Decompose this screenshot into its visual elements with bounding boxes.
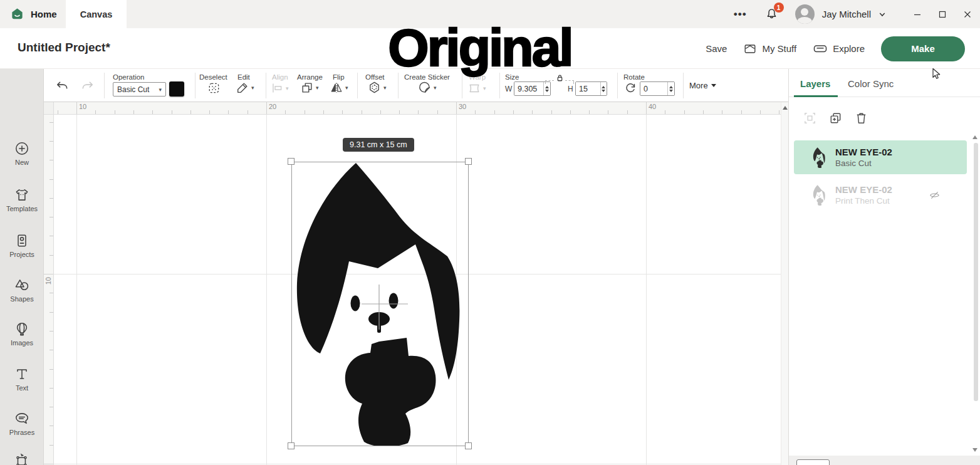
sidebar-item-text[interactable]: Text [0, 366, 44, 392]
toolbar-divider [499, 73, 500, 98]
minimize-button[interactable] [905, 0, 930, 28]
ruler-label: 40 [649, 103, 656, 110]
ruler-tick [684, 110, 685, 114]
ruler-tick [494, 110, 495, 114]
ruler-tick [342, 110, 343, 114]
user-name[interactable]: Jay Mitchell [822, 9, 871, 19]
ruler-tick [779, 110, 779, 114]
selection-box[interactable] [291, 162, 469, 446]
home-label: Home [31, 9, 57, 19]
canvas-tab-label: Canvas [80, 9, 113, 19]
height-stepper[interactable] [600, 82, 607, 95]
tab-color-sync[interactable]: Color Sync [848, 78, 894, 89]
selection-handle-bottom-right[interactable] [465, 442, 472, 449]
layers-panel: Layers Color Sync NEW EYE-02Basic CutNEW… [788, 69, 980, 465]
undo-button[interactable] [55, 79, 70, 93]
make-button[interactable]: Make [881, 36, 965, 61]
more-options-icon[interactable]: ••• [734, 8, 747, 21]
ruler-tick [551, 110, 552, 114]
save-button[interactable]: Save [706, 43, 727, 54]
scroll-up-icon[interactable] [783, 106, 788, 110]
width-input[interactable] [514, 82, 543, 95]
tab-layers[interactable]: Layers [800, 78, 830, 89]
caret-down-icon: ▾ [286, 85, 289, 91]
size-lock-button[interactable] [555, 73, 565, 83]
chevron-down-icon[interactable] [876, 8, 889, 21]
redo-icon [80, 79, 95, 93]
sidebar-item-editable-images[interactable]: Editable Images [0, 452, 44, 465]
ruler-tick [437, 110, 438, 114]
rotate-input[interactable] [640, 82, 667, 95]
ruler-tick [44, 464, 53, 464]
my-stuff-button[interactable]: My Stuff [743, 42, 796, 56]
offset-button[interactable]: ▾ [367, 80, 387, 95]
explore-button[interactable]: Explore [813, 41, 865, 56]
deselect-button[interactable] [207, 81, 221, 95]
tab-canvas[interactable]: Canvas [66, 0, 127, 28]
sidebar-item-projects[interactable]: Projects [0, 232, 44, 259]
ruler-tick [380, 110, 381, 114]
titlebar: Home Canvas ••• 1 Jay Mitchell [0, 0, 980, 28]
sidebar-item-images[interactable]: Images [0, 321, 44, 347]
ruler-tick [266, 102, 267, 114]
sidebar-item-shapes[interactable]: Shapes [0, 277, 44, 303]
ruler-tick [248, 110, 248, 114]
ruler-tick [532, 110, 533, 114]
rotate-field-wrap [640, 81, 675, 96]
edit-button[interactable]: ▾ [236, 81, 254, 95]
warp-icon [467, 81, 481, 95]
caret-down-icon: ▾ [383, 85, 387, 91]
panel-bottom-control[interactable] [796, 459, 830, 465]
machine-icon [813, 41, 828, 56]
ruler-label: 30 [459, 103, 466, 110]
operation-select[interactable]: Basic Cut▾ [113, 82, 166, 97]
project-title: Untitled Project* [18, 41, 110, 55]
deselect-icon [207, 81, 221, 95]
sidebar-item-new[interactable]: New [0, 140, 44, 167]
layer-row-2[interactable]: NEW EYE-02Print Then Cut [794, 178, 967, 212]
selection-handle-top-left[interactable] [288, 158, 295, 165]
rotate-button[interactable] [624, 81, 637, 95]
visibility-toggle[interactable] [929, 189, 941, 201]
duplicate-button[interactable] [828, 111, 843, 125]
create-sticker-button[interactable]: ▾ [417, 80, 437, 95]
color-swatch[interactable] [169, 81, 184, 97]
layer-list: NEW EYE-02Basic CutNEW EYE-02Print Then … [789, 132, 971, 456]
panel-scrollbar-thumb[interactable] [974, 143, 978, 401]
ruler-tick [50, 255, 53, 256]
align-icon [271, 81, 284, 95]
ruler-tick [50, 141, 53, 142]
selection-handle-top-right[interactable] [465, 158, 472, 165]
sidebar-item-templates[interactable]: Templates [0, 187, 44, 213]
height-input[interactable] [576, 82, 600, 95]
header: Untitled Project* Save My Stuff Explore … [0, 28, 980, 69]
flip-icon [330, 81, 343, 95]
close-button[interactable] [955, 0, 980, 28]
notifications-button[interactable]: 1 [764, 7, 779, 21]
more-button[interactable]: More [689, 81, 716, 90]
size-label: Size [505, 73, 519, 81]
canvas-scrollbar[interactable] [781, 102, 788, 465]
ruler-tick [456, 102, 457, 114]
ruler-tick [760, 110, 761, 114]
ruler-tick [50, 350, 53, 350]
avatar[interactable] [795, 4, 815, 24]
width-stepper[interactable] [543, 82, 550, 95]
layer-title: NEW EYE-02 [835, 147, 892, 157]
caret-down-icon: ▾ [316, 85, 319, 91]
panel-scroll-down-icon[interactable] [972, 448, 977, 452]
layer-row-1[interactable]: NEW EYE-02Basic Cut [794, 140, 967, 174]
arrange-label: Arrange [297, 73, 323, 81]
warp-label: Warp [469, 73, 486, 81]
delete-button[interactable] [854, 111, 868, 125]
selection-handle-bottom-left[interactable] [288, 442, 295, 449]
flip-button[interactable]: ▾ [330, 81, 348, 95]
rotate-stepper[interactable] [667, 82, 674, 95]
panel-scroll-up-icon[interactable] [972, 135, 977, 139]
arrange-button[interactable]: ▾ [300, 81, 319, 95]
maximize-button[interactable] [930, 0, 955, 28]
sticker-icon [417, 80, 432, 95]
sidebar-item-phrases[interactable]: Phrases [0, 410, 44, 437]
ruler-tick [50, 236, 53, 236]
home-tab[interactable]: Home [10, 0, 57, 28]
